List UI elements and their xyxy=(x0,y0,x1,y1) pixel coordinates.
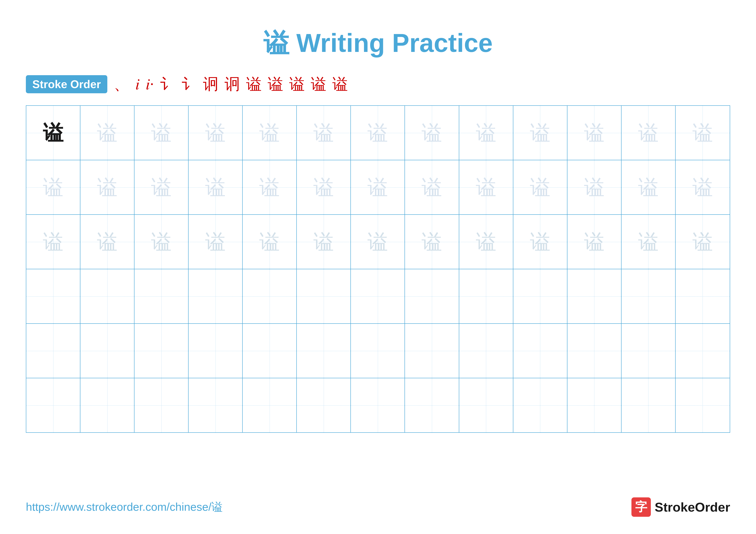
grid-cell[interactable]: 谥 xyxy=(80,106,134,160)
stroke-3: 𝑖· xyxy=(146,75,154,93)
grid-cell[interactable]: 谥 xyxy=(622,160,676,214)
grid-cell[interactable]: 谥 xyxy=(26,106,80,160)
character-trace: 谥 xyxy=(530,123,551,143)
character-trace: 谥 xyxy=(476,123,496,143)
grid-cell[interactable] xyxy=(189,269,243,323)
grid-cell[interactable]: 谥 xyxy=(243,160,297,214)
grid-cell[interactable]: 谥 xyxy=(351,215,405,269)
grid-cell[interactable]: 谥 xyxy=(351,106,405,160)
grid-row-6 xyxy=(26,378,730,432)
grid-cell[interactable]: 谥 xyxy=(622,215,676,269)
stroke-sequence: 、 𝑖 𝑖· 讠 讠 诇 诇 谥 谥 谥 谥 谥 xyxy=(114,74,348,94)
grid-cell[interactable] xyxy=(297,269,351,323)
grid-cell[interactable]: 谥 xyxy=(513,215,567,269)
character-trace: 谥 xyxy=(530,177,551,197)
grid-cell[interactable] xyxy=(459,324,513,378)
grid-cell[interactable] xyxy=(513,324,567,378)
grid-cell[interactable]: 谥 xyxy=(26,215,80,269)
grid-cell[interactable] xyxy=(80,269,134,323)
grid-cell[interactable]: 谥 xyxy=(567,106,622,160)
grid-cell[interactable]: 谥 xyxy=(459,215,513,269)
stroke-order-badge: Stroke Order xyxy=(26,75,107,93)
grid-cell[interactable]: 谥 xyxy=(134,160,189,214)
grid-row-5 xyxy=(26,324,730,378)
grid-cell[interactable] xyxy=(676,324,730,378)
grid-cell[interactable] xyxy=(26,324,80,378)
page-title: 谥 Writing Practice xyxy=(26,26,730,61)
grid-cell[interactable]: 谥 xyxy=(405,160,459,214)
grid-cell[interactable] xyxy=(297,324,351,378)
grid-row-1: 谥 谥 谥 谥 谥 谥 谥 谥 谥 谥 谥 谥 谥 xyxy=(26,106,730,160)
grid-cell[interactable] xyxy=(622,324,676,378)
grid-cell[interactable] xyxy=(26,378,80,432)
character-trace: 谥 xyxy=(205,177,226,197)
grid-cell[interactable] xyxy=(243,324,297,378)
grid-cell[interactable] xyxy=(134,324,189,378)
grid-cell[interactable]: 谥 xyxy=(513,160,567,214)
footer-url[interactable]: https://www.strokeorder.com/chinese/谥 xyxy=(26,499,223,515)
grid-cell[interactable]: 谥 xyxy=(243,106,297,160)
grid-cell[interactable] xyxy=(513,269,567,323)
grid-cell[interactable]: 谥 xyxy=(567,160,622,214)
grid-cell[interactable] xyxy=(459,269,513,323)
grid-cell[interactable]: 谥 xyxy=(297,215,351,269)
grid-cell[interactable]: 谥 xyxy=(405,215,459,269)
grid-cell[interactable]: 谥 xyxy=(676,160,730,214)
stroke-5: 讠 xyxy=(181,74,197,94)
grid-cell[interactable] xyxy=(513,378,567,432)
grid-cell[interactable] xyxy=(351,378,405,432)
grid-cell[interactable]: 谥 xyxy=(243,215,297,269)
grid-cell[interactable] xyxy=(243,269,297,323)
stroke-order-row: Stroke Order 、 𝑖 𝑖· 讠 讠 诇 诇 谥 谥 谥 谥 谥 xyxy=(26,74,730,94)
grid-cell[interactable] xyxy=(567,378,622,432)
grid-cell[interactable] xyxy=(405,378,459,432)
grid-cell[interactable]: 谥 xyxy=(189,160,243,214)
grid-cell[interactable] xyxy=(134,269,189,323)
grid-cell[interactable]: 谥 xyxy=(459,106,513,160)
grid-cell[interactable]: 谥 xyxy=(134,106,189,160)
grid-cell[interactable] xyxy=(351,269,405,323)
grid-cell[interactable] xyxy=(676,378,730,432)
grid-cell[interactable] xyxy=(297,378,351,432)
character-trace: 谥 xyxy=(638,232,659,252)
grid-cell[interactable]: 谥 xyxy=(297,160,351,214)
grid-cell[interactable] xyxy=(26,269,80,323)
grid-cell[interactable]: 谥 xyxy=(513,106,567,160)
grid-cell[interactable]: 谥 xyxy=(297,106,351,160)
character-trace: 谥 xyxy=(259,123,280,143)
stroke-1: 、 xyxy=(114,74,129,94)
stroke-12: 谥 xyxy=(332,74,348,94)
grid-cell[interactable] xyxy=(676,269,730,323)
grid-cell[interactable]: 谥 xyxy=(351,160,405,214)
grid-cell[interactable] xyxy=(243,378,297,432)
stroke-7: 诇 xyxy=(225,74,240,94)
grid-cell[interactable] xyxy=(405,269,459,323)
grid-cell[interactable]: 谥 xyxy=(189,106,243,160)
grid-cell[interactable]: 谥 xyxy=(189,215,243,269)
grid-cell[interactable]: 谥 xyxy=(134,215,189,269)
grid-cell[interactable] xyxy=(351,324,405,378)
grid-cell[interactable] xyxy=(189,324,243,378)
grid-cell[interactable] xyxy=(80,324,134,378)
grid-cell[interactable]: 谥 xyxy=(622,106,676,160)
grid-cell[interactable] xyxy=(622,269,676,323)
grid-cell[interactable] xyxy=(459,378,513,432)
grid-cell[interactable] xyxy=(134,378,189,432)
grid-cell[interactable] xyxy=(622,378,676,432)
grid-cell[interactable] xyxy=(80,378,134,432)
grid-cell[interactable] xyxy=(567,324,622,378)
grid-cell[interactable]: 谥 xyxy=(459,160,513,214)
grid-cell[interactable]: 谥 xyxy=(80,215,134,269)
character-trace: 谥 xyxy=(97,177,118,197)
grid-cell[interactable] xyxy=(567,269,622,323)
grid-cell[interactable]: 谥 xyxy=(567,215,622,269)
grid-cell[interactable] xyxy=(405,324,459,378)
character-trace: 谥 xyxy=(97,232,118,252)
footer-logo: 字 StrokeOrder xyxy=(632,497,730,517)
grid-cell[interactable]: 谥 xyxy=(676,106,730,160)
grid-cell[interactable]: 谥 xyxy=(676,215,730,269)
grid-cell[interactable] xyxy=(189,378,243,432)
grid-cell[interactable]: 谥 xyxy=(26,160,80,214)
grid-cell[interactable]: 谥 xyxy=(405,106,459,160)
grid-cell[interactable]: 谥 xyxy=(80,160,134,214)
